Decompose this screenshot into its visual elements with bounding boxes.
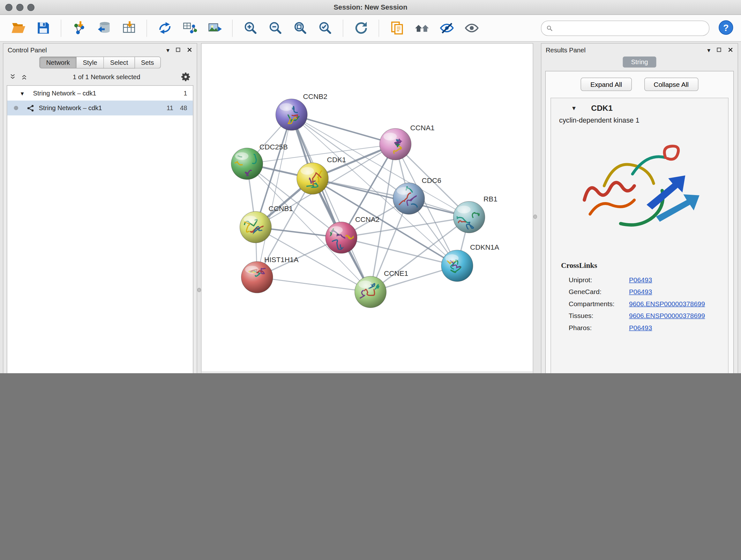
- network-from-table-button[interactable]: [178, 17, 201, 39]
- tab-network[interactable]: Network: [40, 57, 77, 69]
- node-label-CCNA2: CCNA2: [355, 215, 380, 224]
- network-node-CDC25B[interactable]: [231, 148, 263, 180]
- export-image-button[interactable]: [203, 17, 226, 39]
- network-type-icon: [27, 104, 35, 112]
- node-label-CDC6: CDC6: [422, 177, 441, 185]
- network-node-RB1[interactable]: [454, 201, 485, 233]
- toolbar-separator: [343, 19, 343, 37]
- new-network-button[interactable]: [153, 17, 176, 39]
- control-panel-title: Control Panel: [8, 46, 47, 54]
- export-image-icon: [207, 21, 222, 36]
- network-selection-summary: 1 of 1 Network selected: [32, 73, 181, 81]
- open-session-button[interactable]: [7, 17, 30, 39]
- search-box[interactable]: [541, 20, 710, 36]
- node-label-CCNA1: CCNA1: [410, 124, 434, 132]
- help-button[interactable]: ?: [717, 19, 734, 37]
- tab-sets[interactable]: Sets: [135, 57, 160, 69]
- tab-string[interactable]: String: [623, 57, 656, 68]
- node-label-RB1: RB1: [483, 195, 497, 203]
- right-splitter[interactable]: [533, 43, 537, 373]
- results-panel-close-button[interactable]: [728, 47, 733, 53]
- import-network-database-icon: [96, 21, 111, 36]
- results-panel: Results Panel ▾ String Expand All Collap…: [541, 43, 738, 373]
- network-collection-count: 1: [184, 90, 187, 97]
- string-results-box: Expand All Collapse All ▼ CDK1 cyclin-de…: [545, 71, 734, 373]
- copy-document-icon: [389, 21, 404, 36]
- control-panel-menu-button[interactable]: ▾: [166, 47, 170, 53]
- tab-select[interactable]: Select: [104, 57, 135, 69]
- control-panel: Control Panel ▾ NetworkStyleSelectSets 1…: [3, 43, 197, 373]
- results-panel-title: Results Panel: [546, 46, 586, 54]
- network-current-bullet: [14, 106, 18, 111]
- zoom-selected-button[interactable]: [314, 17, 337, 39]
- crosslink-link[interactable]: 9606.ENSP00000378699: [629, 300, 705, 307]
- toolbar-separator: [232, 19, 233, 37]
- expand-all-networks-button[interactable]: [21, 73, 28, 81]
- node-label-CDK1: CDK1: [327, 156, 346, 164]
- import-network-file-button[interactable]: [68, 17, 91, 39]
- network-node-CDKN1A[interactable]: [441, 250, 473, 282]
- network-node-CCNB1[interactable]: [240, 211, 272, 243]
- crosslink-label: GeneCard:: [569, 288, 629, 295]
- network-node-CCNE1[interactable]: [354, 276, 387, 308]
- results-panel-float-button[interactable]: [716, 47, 722, 53]
- crosslink-label: Tissues:: [569, 312, 629, 319]
- entry-collapse-icon[interactable]: ▼: [571, 105, 577, 111]
- entry-title: CDK1: [591, 104, 612, 113]
- crosslink-label: Compartments:: [569, 300, 629, 307]
- network-node-CCNA1[interactable]: [380, 128, 411, 160]
- zoom-window-button[interactable]: [27, 3, 35, 11]
- crosslink-link[interactable]: P06493: [629, 288, 652, 295]
- results-panel-menu-button[interactable]: ▾: [707, 47, 711, 53]
- control-panel-float-button[interactable]: [175, 47, 181, 53]
- zoom-in-icon: [243, 21, 258, 36]
- protein-entry-cdk1: ▼ CDK1 cyclin-dependent kinase 1: [550, 98, 729, 373]
- cytoscape-window: Session: New Session ? Control Panel ▾ N…: [0, 0, 741, 373]
- zoom-selected-icon: [318, 21, 333, 36]
- toolbar-separator: [379, 19, 380, 37]
- network-node-CCNB2[interactable]: [276, 99, 307, 131]
- import-table-file-button[interactable]: [118, 17, 140, 39]
- network-row[interactable]: String Network – cdk1 11 48: [7, 101, 193, 116]
- import-network-database-button[interactable]: [92, 17, 116, 39]
- crosslink-link[interactable]: P06493: [629, 275, 652, 283]
- close-window-button[interactable]: [5, 3, 13, 11]
- save-session-button[interactable]: [31, 17, 55, 39]
- tab-style[interactable]: Style: [77, 57, 104, 69]
- minimize-window-button[interactable]: [16, 3, 23, 11]
- tree-expander-icon[interactable]: ▼: [20, 90, 25, 96]
- collapse-all-button[interactable]: Collapse All: [644, 78, 698, 91]
- expand-all-button[interactable]: Expand All: [581, 78, 631, 91]
- zoom-in-button[interactable]: [239, 17, 262, 39]
- crosslink-link[interactable]: P06493: [629, 323, 652, 331]
- search-input[interactable]: [556, 24, 704, 32]
- crosslink-label: Uniprot:: [569, 275, 629, 283]
- zoom-out-button[interactable]: [264, 17, 287, 39]
- copy-document-button[interactable]: [386, 17, 408, 39]
- network-view-toolbar: String Network – cdk1 1 – 0 0 – 0: [202, 372, 533, 373]
- network-node-HIST1H1A[interactable]: [241, 261, 273, 293]
- crosslink-link[interactable]: 9606.ENSP00000378699: [629, 312, 705, 319]
- refresh-layout-button[interactable]: [349, 17, 373, 39]
- window-controls: [0, 3, 35, 11]
- network-edge-count: 48: [180, 105, 187, 112]
- network-node-CCNA2[interactable]: [326, 222, 357, 253]
- network-node-CDK1[interactable]: [297, 163, 328, 194]
- node-label-CDC25B: CDC25B: [259, 143, 288, 151]
- control-panel-close-button[interactable]: [187, 47, 192, 53]
- help-icon: ?: [718, 19, 734, 36]
- show-all-button[interactable]: [460, 17, 483, 39]
- collapse-all-networks-button[interactable]: [9, 73, 17, 81]
- left-splitter[interactable]: [197, 43, 201, 373]
- save-session-icon: [36, 21, 51, 36]
- network-node-CDC6[interactable]: [393, 183, 425, 215]
- refresh-layout-icon: [354, 21, 368, 36]
- network-canvas[interactable]: CCNB2CCNA1CDC25BCDK1CDC6RB1CCNB1CCNA2CDK…: [202, 44, 533, 372]
- crosslink-row: Tissues:9606.ENSP00000378699: [551, 309, 728, 321]
- hide-selected-button[interactable]: [435, 17, 458, 39]
- node-label-CDKN1A: CDKN1A: [470, 243, 499, 251]
- network-collection-row[interactable]: ▼ String Network – cdk1 1: [7, 86, 193, 101]
- zoom-fit-button[interactable]: [289, 17, 312, 39]
- network-options-gear-button[interactable]: [181, 72, 191, 82]
- first-neighbors-button[interactable]: [410, 17, 433, 39]
